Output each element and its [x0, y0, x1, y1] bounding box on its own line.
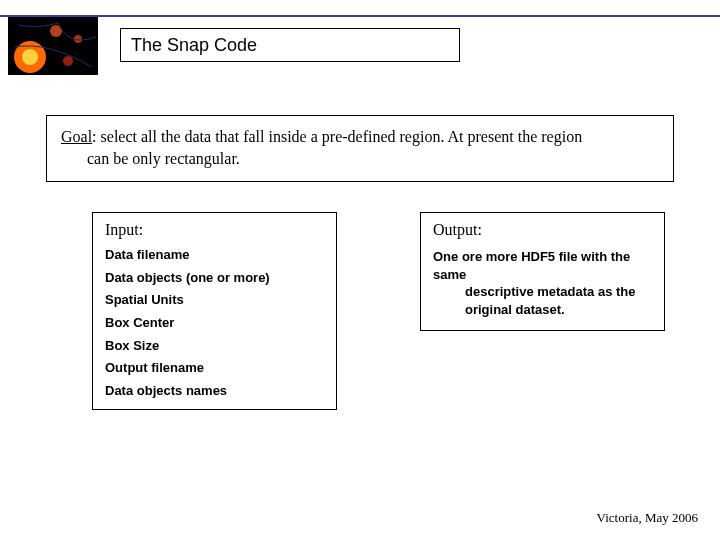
output-title: Output:	[433, 221, 652, 239]
footer-text: Victoria, May 2006	[597, 510, 698, 526]
input-title: Input:	[105, 221, 324, 239]
output-line3: original dataset.	[433, 301, 652, 319]
output-line1: One ore more HDF5 file with the same	[433, 249, 630, 282]
input-box: Input: Data filename Data objects (one o…	[92, 212, 337, 410]
header-divider	[0, 15, 720, 17]
goal-text: Goal: select all the data that fall insi…	[61, 126, 659, 169]
input-item: Data objects (one or more)	[105, 271, 324, 285]
output-line2: descriptive metadata as the	[433, 283, 652, 301]
goal-line2: can be only rectangular.	[87, 148, 659, 170]
input-item: Output filename	[105, 361, 324, 375]
corner-image	[8, 17, 98, 75]
goal-box: Goal: select all the data that fall insi…	[46, 115, 674, 182]
input-item: Data objects names	[105, 384, 324, 398]
input-item: Box Size	[105, 339, 324, 353]
slide-title: The Snap Code	[120, 28, 460, 62]
svg-point-5	[63, 56, 73, 66]
slide: The Snap Code Goal: select all the data …	[0, 0, 720, 540]
output-body: One ore more HDF5 file with the same des…	[433, 248, 652, 318]
svg-point-2	[22, 49, 38, 65]
goal-line1: : select all the data that fall inside a…	[92, 128, 582, 145]
input-item: Spatial Units	[105, 293, 324, 307]
goal-label: Goal	[61, 128, 92, 145]
input-item: Data filename	[105, 248, 324, 262]
input-item: Box Center	[105, 316, 324, 330]
output-box: Output: One ore more HDF5 file with the …	[420, 212, 665, 331]
